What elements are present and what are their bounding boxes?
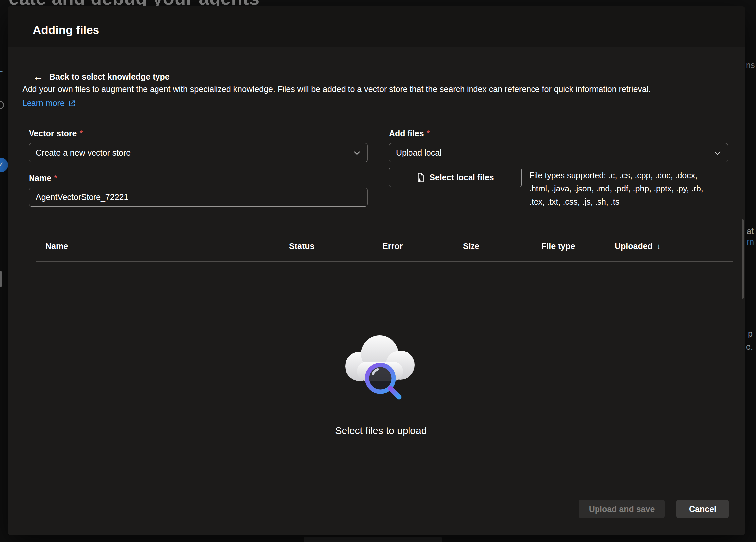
vector-store-dropdown-value: Create a new vector store bbox=[29, 148, 131, 158]
file-types-line: .html, .java, .json, .md, .pdf, .php, .p… bbox=[529, 182, 731, 195]
empty-state-text: Select files to upload bbox=[282, 425, 480, 436]
create-plus-icon: + bbox=[0, 65, 5, 78]
search-icon-circle bbox=[0, 101, 4, 109]
select-local-files-label: Select local files bbox=[429, 173, 494, 182]
back-link[interactable]: ← Back to select knowledge type bbox=[33, 71, 170, 82]
column-header-file-type[interactable]: File type bbox=[541, 242, 575, 251]
clipped-text-fragment: p bbox=[748, 329, 753, 338]
vector-store-label: Vector store* bbox=[29, 129, 83, 138]
background-heading-clip: eate and debug your agents bbox=[0, 0, 756, 6]
dialog-header: Adding files bbox=[8, 6, 745, 47]
back-link-label: Back to select knowledge type bbox=[49, 72, 170, 82]
vector-store-name-input[interactable] bbox=[29, 188, 368, 207]
adding-files-dialog: Adding files ← Back to select knowledge … bbox=[8, 6, 745, 535]
required-asterisk: * bbox=[427, 129, 430, 138]
name-label: Name* bbox=[29, 173, 57, 183]
search-icon bbox=[0, 100, 5, 112]
learn-more-link[interactable]: Learn more bbox=[22, 98, 76, 108]
column-header-error[interactable]: Error bbox=[382, 242, 403, 251]
column-header-uploaded-label: Uploaded bbox=[615, 242, 653, 251]
column-header-status[interactable]: Status bbox=[289, 242, 314, 251]
column-header-name[interactable]: Name bbox=[45, 242, 68, 251]
clipped-text-fragment: e. bbox=[746, 342, 753, 351]
document-add-icon bbox=[416, 173, 425, 182]
add-files-dropdown-value: Upload local bbox=[389, 148, 442, 158]
background-button-fragment bbox=[304, 537, 442, 542]
add-files-dropdown[interactable]: Upload local bbox=[389, 143, 728, 162]
plus-glyph: + bbox=[0, 65, 3, 78]
vector-store-dropdown[interactable]: Create a new vector store bbox=[29, 143, 368, 162]
chevron-down-icon bbox=[353, 149, 361, 157]
file-types-line: File types supported: .c, .cs, .cpp, .do… bbox=[529, 169, 731, 182]
column-header-uploaded[interactable]: Uploaded ↓ bbox=[615, 242, 661, 251]
required-asterisk: * bbox=[54, 173, 57, 183]
back-arrow-icon: ← bbox=[33, 71, 43, 82]
background-page-heading: eate and debug your agents bbox=[9, 0, 260, 6]
cloud-search-icon bbox=[338, 329, 424, 406]
file-types-supported: File types supported: .c, .cs, .cpp, .do… bbox=[529, 169, 731, 209]
select-local-files-button[interactable]: Select local files bbox=[389, 168, 522, 187]
external-link-icon bbox=[68, 99, 76, 107]
file-types-line: .tex, .txt, .css, .js, .sh, .ts bbox=[529, 195, 731, 209]
clipped-text-fragment: at bbox=[747, 226, 754, 236]
cancel-button[interactable]: Cancel bbox=[676, 500, 729, 518]
column-header-size[interactable]: Size bbox=[463, 242, 479, 251]
name-label-text: Name bbox=[29, 173, 51, 183]
table-header-divider bbox=[36, 262, 733, 262]
check-glyph: ✓ bbox=[0, 158, 8, 172]
upload-and-save-button[interactable]: Upload and save bbox=[579, 500, 665, 518]
dialog-description: Add your own files to augment the agent … bbox=[22, 85, 651, 94]
chevron-down-icon bbox=[713, 149, 722, 157]
dialog-scrollbar-thumb[interactable] bbox=[742, 219, 744, 299]
clipped-text-fragment: ns bbox=[746, 60, 755, 70]
dialog-title: Adding files bbox=[33, 24, 99, 37]
upload-cloud-illustration bbox=[338, 329, 424, 406]
add-files-label-text: Add files bbox=[389, 129, 424, 138]
clipped-link-fragment: rn bbox=[747, 237, 754, 247]
vector-store-label-text: Vector store bbox=[29, 129, 77, 138]
learn-more-label: Learn more bbox=[22, 98, 65, 108]
left-scrollbar-fragment bbox=[0, 271, 2, 287]
add-files-label: Add files* bbox=[389, 129, 430, 138]
sort-descending-icon: ↓ bbox=[657, 242, 661, 251]
required-asterisk: * bbox=[80, 129, 83, 138]
